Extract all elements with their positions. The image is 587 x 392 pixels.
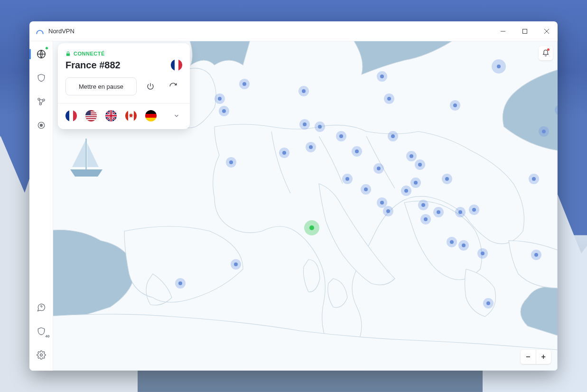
map-pin[interactable] <box>469 205 479 215</box>
sidebar-item-target[interactable] <box>33 117 49 133</box>
refresh-icon <box>169 82 177 91</box>
svg-rect-22 <box>145 114 157 118</box>
sidebar-item-settings[interactable] <box>33 347 49 363</box>
map-pin[interactable] <box>336 131 346 141</box>
map-pin[interactable] <box>555 105 558 115</box>
map-pin[interactable] <box>529 174 539 184</box>
map-pin[interactable] <box>377 71 387 82</box>
svg-rect-19 <box>125 110 128 121</box>
svg-rect-16 <box>85 110 91 115</box>
expand-flags-button[interactable] <box>171 110 182 121</box>
status-label: CONNECTÉ <box>74 51 105 56</box>
map-pin[interactable] <box>384 93 394 104</box>
map-pin[interactable] <box>492 59 506 74</box>
map-pin[interactable] <box>410 177 421 188</box>
svg-point-6 <box>40 124 42 127</box>
map-pin[interactable] <box>442 174 452 184</box>
map-pin[interactable] <box>531 250 541 260</box>
window-body: 40 <box>29 41 558 371</box>
map-area[interactable]: CONNECTÉ France #882 Mettre en pause <box>53 41 558 371</box>
maximize-button[interactable] <box>514 21 536 41</box>
map-pin[interactable] <box>342 174 353 184</box>
map-pin[interactable] <box>352 146 362 157</box>
sidebar-item-shield[interactable] <box>33 70 49 86</box>
map-pin[interactable] <box>298 86 309 96</box>
map-pin[interactable] <box>279 148 289 158</box>
titlebar: NordVPN <box>29 21 558 41</box>
minimize-button[interactable] <box>492 21 514 41</box>
map-pin[interactable] <box>458 240 469 251</box>
status-dot-icon <box>45 47 48 50</box>
window-title: NordVPN <box>48 28 492 35</box>
sailboat-illustration <box>67 134 105 181</box>
sidebar-item-globe[interactable] <box>33 46 49 62</box>
svg-rect-14 <box>85 117 97 118</box>
chevron-down-icon <box>173 112 180 119</box>
svg-rect-9 <box>85 139 87 169</box>
reconnect-button[interactable] <box>164 77 182 95</box>
disconnect-button[interactable] <box>141 77 159 95</box>
quick-connect-flags <box>65 110 182 121</box>
map-pin[interactable] <box>477 248 488 259</box>
map-pin[interactable] <box>420 214 431 224</box>
quick-connect-united-states[interactable] <box>85 110 97 121</box>
sidebar-item-help[interactable] <box>33 299 49 316</box>
quick-connect-germany[interactable] <box>145 110 157 121</box>
sidebar: 40 <box>29 41 53 371</box>
map-pin[interactable] <box>226 157 236 168</box>
map-pin[interactable] <box>401 186 411 196</box>
map-pin[interactable] <box>433 207 444 217</box>
map-pin[interactable] <box>231 259 241 270</box>
quick-connect-france[interactable] <box>65 110 77 121</box>
svg-rect-15 <box>85 119 97 120</box>
usage-badge: 40 <box>46 334 50 338</box>
map-pin[interactable] <box>415 159 425 170</box>
map-pin[interactable] <box>239 79 250 89</box>
pause-button[interactable]: Mettre en pause <box>65 77 137 95</box>
map-pin[interactable] <box>219 106 229 116</box>
lock-icon <box>65 51 71 56</box>
map-pin[interactable] <box>175 278 186 289</box>
notification-dot-icon <box>547 48 550 51</box>
svg-rect-21 <box>145 110 157 114</box>
map-pin[interactable] <box>455 207 466 217</box>
map-pin[interactable] <box>315 121 325 132</box>
map-pin[interactable] <box>539 126 549 137</box>
nordvpn-logo-icon <box>35 27 45 36</box>
map-pin[interactable] <box>450 100 460 111</box>
svg-point-7 <box>40 354 42 356</box>
map-pin[interactable] <box>418 200 429 210</box>
quick-connect-canada[interactable] <box>125 110 137 121</box>
app-window: NordVPN <box>29 21 558 371</box>
divider <box>58 103 190 103</box>
quick-connect-united-kingdom[interactable] <box>105 110 117 121</box>
notifications-button[interactable] <box>539 46 553 60</box>
sidebar-item-mesh[interactable] <box>33 93 49 110</box>
sidebar-item-usage[interactable]: 40 <box>33 323 49 339</box>
map-pin[interactable] <box>373 163 384 174</box>
connection-status: CONNECTÉ <box>65 51 182 56</box>
svg-point-2 <box>37 98 39 100</box>
map-pin[interactable] <box>214 93 225 104</box>
map-pin[interactable] <box>299 119 310 130</box>
zoom-in-button[interactable]: + <box>536 350 551 364</box>
map-pin[interactable] <box>388 131 398 141</box>
power-icon <box>146 82 155 91</box>
status-card: CONNECTÉ France #882 Mettre en pause <box>58 43 190 129</box>
svg-rect-23 <box>145 118 157 121</box>
svg-rect-20 <box>134 110 137 121</box>
map-pin[interactable] <box>383 206 393 216</box>
svg-rect-13 <box>85 115 97 116</box>
window-controls <box>492 21 558 41</box>
map-pin[interactable] <box>447 237 457 247</box>
map-pin-connected[interactable] <box>304 220 319 235</box>
map-pin[interactable] <box>483 298 494 308</box>
map-pin[interactable] <box>361 184 371 195</box>
svg-rect-0 <box>523 29 527 33</box>
zoom-out-button[interactable]: − <box>521 350 536 364</box>
map-pin[interactable] <box>306 142 316 152</box>
close-button[interactable] <box>536 21 558 41</box>
flag-france-icon <box>171 59 182 71</box>
zoom-controls: − + <box>521 350 551 364</box>
pause-button-label: Mettre en pause <box>79 83 123 90</box>
